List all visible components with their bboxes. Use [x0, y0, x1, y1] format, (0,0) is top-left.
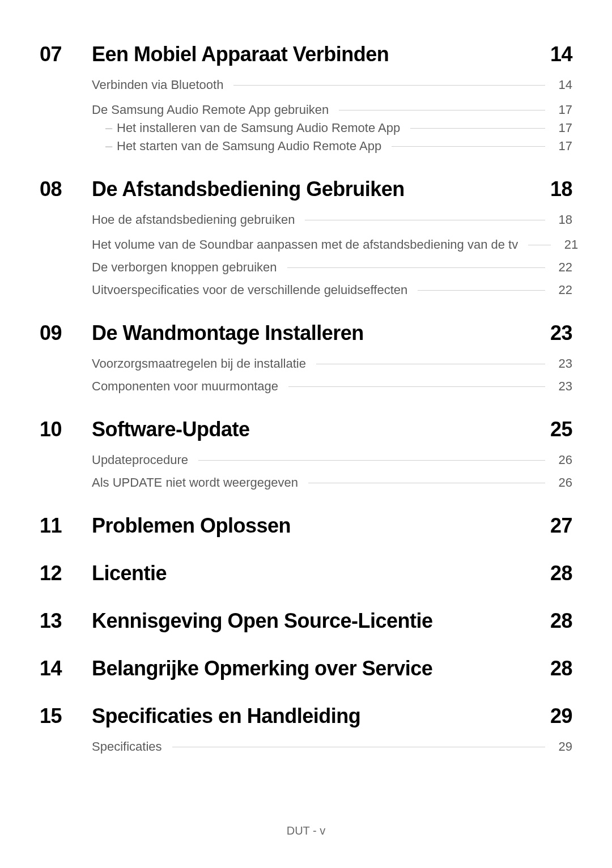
section-number: 11: [40, 514, 92, 538]
sub-entry-title: De verborgen knoppen gebruiken: [92, 260, 277, 275]
toc-section[interactable]: 07Een Mobiel Apparaat Verbinden14: [40, 42, 572, 66]
section-page: 27: [544, 514, 572, 538]
section-page: 23: [544, 321, 572, 345]
sub-entry-title: Specificaties: [92, 739, 162, 754]
section-title: De Wandmontage Installeren: [92, 321, 537, 345]
section-page: 28: [544, 657, 572, 680]
toc-section[interactable]: 15Specificaties en Handleiding29: [40, 704, 572, 728]
sub-entry-title: Het installeren van de Samsung Audio Rem…: [117, 121, 400, 135]
toc-sub-entry[interactable]: Hoe de afstandsbediening gebruiken18: [92, 212, 572, 227]
sub-entry-title: Het volume van de Soundbar aanpassen met…: [92, 237, 518, 252]
sub-entry-page: 22: [555, 283, 572, 297]
section-page: 28: [544, 561, 572, 585]
sub-entry-page: 14: [555, 78, 572, 92]
sub-entry-page: 18: [555, 212, 572, 227]
sub-entry-page: 26: [555, 475, 572, 490]
leader-line: [198, 460, 545, 461]
leader-line: [528, 245, 551, 245]
sub-entry-title: Componenten voor muurmontage: [92, 379, 278, 394]
toc-section[interactable]: 11Problemen Oplossen27: [40, 514, 572, 538]
section-title: Problemen Oplossen: [92, 514, 537, 538]
toc-section[interactable]: 13Kennisgeving Open Source-Licentie28: [40, 609, 572, 633]
toc-sub-group: Specificaties29: [92, 739, 572, 754]
sub-entry-page: 17: [555, 121, 572, 135]
section-title: Belangrijke Opmerking over Service: [92, 657, 537, 680]
toc-sub-entry[interactable]: De verborgen knoppen gebruiken22: [92, 260, 572, 275]
section-page: 14: [544, 42, 572, 66]
toc-sub-sub-entry[interactable]: –Het starten van de Samsung Audio Remote…: [92, 139, 572, 154]
section-number: 08: [40, 177, 92, 201]
leader-line: [308, 483, 545, 483]
section-title: Licentie: [92, 561, 537, 585]
sub-entry-title: De Samsung Audio Remote App gebruiken: [92, 103, 329, 117]
leader-line: [418, 290, 545, 291]
section-title: Een Mobiel Apparaat Verbinden: [92, 42, 537, 66]
dash-icon: –: [105, 139, 117, 154]
section-page: 29: [544, 704, 572, 728]
toc-sub-group: Hoe de afstandsbediening gebruiken18: [92, 212, 572, 227]
leader-line: [288, 386, 545, 387]
leader-line: [305, 220, 545, 220]
sub-entry-page: 17: [555, 139, 572, 154]
sub-entry-title: Hoe de afstandsbediening gebruiken: [92, 212, 295, 227]
toc-sub-entry[interactable]: Uitvoerspecificaties voor de verschillen…: [92, 283, 572, 297]
leader-line: [339, 110, 545, 110]
toc-section[interactable]: 08De Afstandsbediening Gebruiken18: [40, 177, 572, 201]
leader-line: [172, 747, 545, 747]
leader-line: [316, 364, 545, 364]
toc-sub-group: Verbinden via Bluetooth14: [92, 78, 572, 92]
sub-entry-title: Updateprocedure: [92, 453, 188, 467]
section-title: Software-Update: [92, 418, 537, 441]
section-page: 18: [544, 177, 572, 201]
toc-section[interactable]: 14Belangrijke Opmerking over Service28: [40, 657, 572, 680]
section-page: 28: [544, 609, 572, 633]
section-number: 07: [40, 42, 92, 66]
sub-entry-page: 17: [555, 103, 572, 117]
section-page: 25: [544, 418, 572, 441]
section-number: 15: [40, 704, 92, 728]
section-number: 13: [40, 609, 92, 633]
sub-entry-title: Voorzorgsmaatregelen bij de installatie: [92, 356, 306, 371]
toc-sub-entry[interactable]: De Samsung Audio Remote App gebruiken17: [92, 103, 572, 117]
sub-entry-page: 22: [555, 260, 572, 275]
toc-sub-entry[interactable]: Verbinden via Bluetooth14: [92, 78, 572, 92]
page: 07Een Mobiel Apparaat Verbinden14Verbind…: [0, 0, 612, 868]
toc-sub-entry[interactable]: Als UPDATE niet wordt weergegeven26: [92, 475, 572, 490]
section-title: Kennisgeving Open Source-Licentie: [92, 609, 537, 633]
section-number: 12: [40, 561, 92, 585]
toc-sub-entry[interactable]: Componenten voor muurmontage23: [92, 379, 572, 394]
section-title: Specificaties en Handleiding: [92, 704, 537, 728]
toc-sub-entry[interactable]: Specificaties29: [92, 739, 572, 754]
sub-entry-title: Het starten van de Samsung Audio Remote …: [117, 139, 381, 154]
sub-entry-page: 23: [555, 379, 572, 394]
sub-entry-page: 23: [555, 356, 572, 371]
toc-sub-group: Voorzorgsmaatregelen bij de installatie2…: [92, 356, 572, 394]
leader-line: [233, 85, 545, 86]
sub-entry-title: Uitvoerspecificaties voor de verschillen…: [92, 283, 407, 297]
toc-sub-sub-entry[interactable]: –Het installeren van de Samsung Audio Re…: [92, 121, 572, 135]
sub-entry-title: Als UPDATE niet wordt weergegeven: [92, 475, 298, 490]
section-title: De Afstandsbediening Gebruiken: [92, 177, 537, 201]
section-number: 10: [40, 418, 92, 441]
toc-section[interactable]: 12Licentie28: [40, 561, 572, 585]
toc-sub-entry[interactable]: Voorzorgsmaatregelen bij de installatie2…: [92, 356, 572, 371]
sub-entry-page: 26: [555, 453, 572, 467]
sub-entry-page: 29: [555, 739, 572, 754]
section-number: 14: [40, 657, 92, 680]
toc-sub-group: Updateprocedure26Als UPDATE niet wordt w…: [92, 453, 572, 490]
toc-sub-group: De Samsung Audio Remote App gebruiken17–…: [92, 103, 572, 154]
leader-line: [287, 267, 545, 268]
leader-line: [392, 146, 545, 147]
sub-entry-page: 21: [561, 237, 578, 252]
page-footer: DUT - v: [0, 824, 612, 837]
toc-sub-entry[interactable]: Updateprocedure26: [92, 453, 572, 467]
leader-line: [410, 128, 545, 129]
toc-section[interactable]: 10Software-Update25: [40, 418, 572, 441]
sub-entry-title: Verbinden via Bluetooth: [92, 78, 223, 92]
toc-section[interactable]: 09De Wandmontage Installeren23: [40, 321, 572, 345]
toc-sub-group: Het volume van de Soundbar aanpassen met…: [92, 237, 572, 297]
section-number: 09: [40, 321, 92, 345]
toc-sub-entry[interactable]: Het volume van de Soundbar aanpassen met…: [92, 237, 572, 252]
dash-icon: –: [105, 121, 117, 135]
